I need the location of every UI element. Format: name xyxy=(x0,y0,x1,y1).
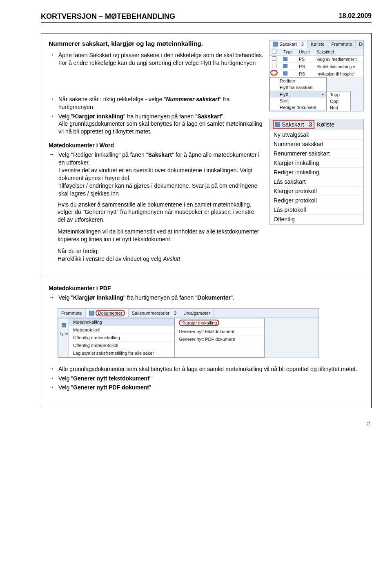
menu-moteinnkalling[interactable]: Møteinnkalling xyxy=(69,318,174,326)
ss1-tabs: Sakskart 3 Køliste Fremmøte Do xyxy=(270,40,363,48)
page-number: 2 xyxy=(41,408,372,427)
menu-slett[interactable]: Slett xyxy=(270,98,326,104)
checkbox-icon[interactable] xyxy=(272,49,276,53)
menu-bunn[interactable]: Bunn xyxy=(327,111,350,111)
doc-icon xyxy=(283,71,287,76)
sakskart-table: Type Utv.nr Sakstittel PS Valg av medlem… xyxy=(270,48,363,78)
menu-las-sakskart[interactable]: Lås sakskart xyxy=(270,177,363,187)
arrow-icon: → xyxy=(49,365,56,373)
section1-list: → Åpne fanen Sakskart og plasser sakene … xyxy=(49,51,263,67)
checkbox-icon[interactable] xyxy=(272,56,276,61)
highlight-oval: Klargjør innkalling xyxy=(179,320,219,326)
highlight-oval: Dokumenter xyxy=(96,310,125,316)
tab-dokumenter[interactable]: Dokumenter xyxy=(86,309,129,318)
word-p1: Hvis du ønsker å sammenstille alle dokum… xyxy=(58,201,263,224)
menu-lag-samlet[interactable]: Lag samlet saksfremstilling for alle sak… xyxy=(69,349,174,357)
pdf-subhead: Møtedokumenter i PDF xyxy=(49,285,364,291)
doc-icon xyxy=(283,64,287,68)
table-row[interactable]: PS Valg av medlemmer t xyxy=(270,56,363,63)
main-content-box: Nummerer sakskart, klargjør og lag møtei… xyxy=(41,33,372,277)
flytt-submenu: Topp Opp Ned Bunn xyxy=(326,91,351,111)
list-item: Alle grunnlagsdokumenter som skal benytt… xyxy=(58,365,364,373)
left-column: Nummerer sakskart, klargjør og lag møtei… xyxy=(49,40,263,267)
table-row[interactable]: RS Skolefritidsordning v xyxy=(270,63,363,70)
menu-ned[interactable]: Ned xyxy=(327,104,350,111)
arrow-icon: → xyxy=(49,96,56,111)
menu-off-protokoll[interactable]: Offentlig møteprotokoll xyxy=(69,342,174,349)
doc-title: KORTVERSJON – MØTEBEHANDLING xyxy=(41,12,175,21)
when-done: Når du er ferdig: Høreklikk i venstre de… xyxy=(58,247,263,263)
table-row[interactable]: RS Invitasjon til hospite xyxy=(270,70,363,78)
arrow-icon: → xyxy=(49,51,56,67)
menu-topp[interactable]: Topp xyxy=(327,91,350,98)
main-content-box2: Møtedokumenter i PDF → Velg "Klargjør in… xyxy=(41,277,372,409)
menu-offentlig[interactable]: Offentlig xyxy=(270,215,363,224)
ss3-tabs: Fremmøte Dokumenter Saksnummerserier 3 U… xyxy=(58,309,318,318)
context-menu: Rediger Flytt fra sakskart Flytt Topp Op… xyxy=(270,77,327,111)
tab-fremmote[interactable]: Fremmøte xyxy=(328,40,356,48)
arrow-icon: → xyxy=(49,375,56,382)
sakskart-screenshot: Sakskart 3 Køliste Fremmøte Do Type Utv.… xyxy=(269,40,364,111)
menu-opp[interactable]: Opp xyxy=(327,98,350,104)
word-subhead: Møtedokumenter i Word xyxy=(49,142,263,149)
list-item: Når sakene står i riktig rekkefølge - ve… xyxy=(58,96,263,111)
menu-klargjor-innkalling[interactable]: Klargjør innkalling xyxy=(175,318,264,328)
arrow-icon: → xyxy=(49,151,56,197)
section1-title: Nummerer sakskart, klargjør og lag møtei… xyxy=(49,40,263,47)
menu-klargjor-innkalling[interactable]: Klargjør innkalling xyxy=(270,158,363,168)
tab-icon xyxy=(275,122,280,127)
dokumenter-screenshot: Fremmøte Dokumenter Saksnummerserier 3 U… xyxy=(58,308,319,358)
checkbox-icon[interactable] xyxy=(272,64,276,68)
arrow-icon: → xyxy=(49,294,56,302)
left-band: Type xyxy=(58,318,69,358)
final-list: → Alle grunnlagsdokumenter som skal beny… xyxy=(49,365,364,392)
ss2-head: Sakskart 3 Køliste xyxy=(270,119,363,130)
tab-sakskart[interactable]: Sakskart 3 xyxy=(270,40,307,48)
tab-icon xyxy=(273,42,278,47)
list-item: Velg "Generer nytt PDF dokument" xyxy=(58,384,364,391)
menu-las-protokoll[interactable]: Lås protokoll xyxy=(270,205,363,215)
menu-nummerer[interactable]: Nummerer sakskart xyxy=(270,140,363,149)
arrow-icon: → xyxy=(49,384,56,391)
menu-rediger-innkalling[interactable]: Rediger innkalling xyxy=(270,168,363,177)
word-list: → Velg "Rediger innkalling" på fanen "Sa… xyxy=(49,151,263,197)
arrow-icon: → xyxy=(49,113,56,136)
list-item: Velg "Klargjør innkalling" fra hurtigmen… xyxy=(58,113,263,136)
menu-off-innkalling[interactable]: Offentlig møteinnkalling xyxy=(69,334,174,342)
tab-utvalgsmoter[interactable]: Utvalgsmøter xyxy=(180,309,214,318)
tab-icon xyxy=(89,311,94,316)
menu-rediger-protokoll[interactable]: Rediger protokoll xyxy=(270,196,363,205)
menu-flytt[interactable]: Flytt Topp Opp Ned Bunn xyxy=(270,91,326,98)
col-menu1: Møteinnkalling Møteprotokoll Offentlig m… xyxy=(69,318,175,358)
right-column: Sakskart 3 Køliste Fremmøte Do Type Utv.… xyxy=(269,40,364,267)
menu-rediger-dok[interactable]: Rediger dokument xyxy=(270,104,326,111)
highlight-oval: Sakskart 3 xyxy=(273,120,314,129)
list-item: Velg "Klargjør innkalling" fra hurtigmen… xyxy=(58,294,364,302)
tab-saksnr[interactable]: Saksnummerserier 3 xyxy=(129,309,180,318)
sakskart-menu-screenshot: Sakskart 3 Køliste Ny utvalgssak Nummere… xyxy=(269,119,364,225)
tab-do[interactable]: Do xyxy=(356,40,364,48)
menu-moteprotokoll[interactable]: Møteprotokoll xyxy=(69,326,174,334)
doc-header: KORTVERSJON – MØTEBEHANDLING 18.02.2009 xyxy=(41,12,372,23)
menu-generer-pdf[interactable]: Generer nytt PDF dokument xyxy=(175,336,264,343)
list-item: Åpne fanen Sakskart og plasser sakene i … xyxy=(58,51,263,67)
col-menu2: Klargjør innkalling Generer nytt tekstdo… xyxy=(175,318,265,358)
tab-koliste[interactable]: Køliste xyxy=(307,40,328,48)
menu-generer-tekst[interactable]: Generer nytt tekstdokument xyxy=(175,328,264,336)
pdf-list: → Velg "Klargjør innkalling" fra hurtigm… xyxy=(49,294,364,302)
list-item: Velg "Rediger innkalling" på fanen "Saks… xyxy=(58,151,263,197)
list-item: Velg "Generer nytt tekstdokument" xyxy=(58,375,364,382)
doc-icon xyxy=(283,57,287,61)
menu-klargjor-protokoll[interactable]: Klargjør protokoll xyxy=(270,187,363,196)
menu-renummerer[interactable]: Renummerer sakskart xyxy=(270,149,363,158)
menu-ny-utvalgssak[interactable]: Ny utvalgssak xyxy=(270,130,363,140)
word-p2: Møteinnkallingen vil da bli sammenstilt … xyxy=(58,228,263,243)
menu-flytt-fra[interactable]: Flytt fra sakskart xyxy=(270,84,326,91)
ss3-menus: Type Møteinnkalling Møteprotokoll Offent… xyxy=(58,318,318,358)
highlight-oval xyxy=(270,70,278,76)
section1-list2: → Når sakene står i riktig rekkefølge - … xyxy=(49,96,263,136)
doc-date: 18.02.2009 xyxy=(339,12,372,21)
doc-icon xyxy=(62,323,66,327)
menu-rediger[interactable]: Rediger xyxy=(270,78,326,84)
tab-fremmote[interactable]: Fremmøte xyxy=(58,309,86,318)
